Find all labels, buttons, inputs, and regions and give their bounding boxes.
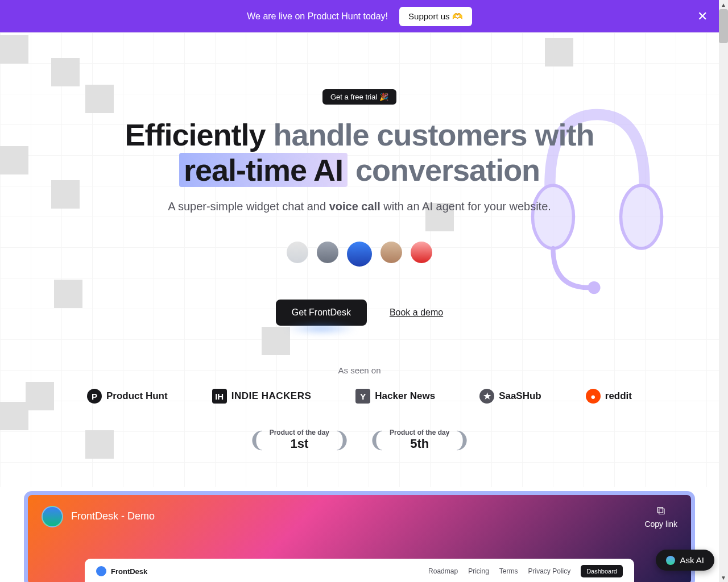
support-us-button[interactable]: Support us 🫶 <box>399 7 472 26</box>
nav-pricing[interactable]: Pricing <box>468 567 489 575</box>
banner-text: We are live on Product Hunt today! <box>247 11 388 22</box>
logo-indie-hackers[interactable]: IHINDIE HACKERS <box>212 389 312 404</box>
ask-ai-button[interactable]: Ask AI <box>656 550 714 571</box>
award-5th: ❨ Product of the day 5th ❩ <box>368 427 471 452</box>
award-1st: ❨ Product of the day 1st ❩ <box>248 427 351 452</box>
ai-icon <box>666 556 675 565</box>
logo-row: PProduct Hunt IHINDIE HACKERS YHacker Ne… <box>0 389 719 404</box>
hero-title: Efficiently handle customers with real-t… <box>0 117 719 188</box>
avatar <box>317 242 338 263</box>
hero-subtitle: A super-simple widget chat and voice cal… <box>0 200 719 213</box>
laurel-left-icon: ❨ <box>368 427 386 452</box>
awards-row: ❨ Product of the day 1st ❩ ❨ Product of … <box>0 427 719 452</box>
award-label: Product of the day <box>390 429 449 436</box>
demo-video-card[interactable]: FrontDesk - Demo ⧉ Copy link FrontDesk R… <box>24 491 695 582</box>
logo-saashub[interactable]: ★SaaSHub <box>479 389 541 404</box>
logo-reddit[interactable]: ●reddit <box>586 389 632 404</box>
get-frontdesk-button[interactable]: Get FrontDesk <box>276 300 367 326</box>
scroll-up-icon[interactable]: ▲ <box>719 0 728 9</box>
as-seen-on-label: As seen on <box>0 365 719 375</box>
nav-dashboard-button[interactable]: Dashboard <box>581 565 623 577</box>
avatar <box>347 242 372 267</box>
scroll-thumb[interactable] <box>719 9 728 43</box>
cta-row: Get FrontDesk Book a demo <box>0 300 719 326</box>
title-part-grey-2: conversation <box>348 153 540 187</box>
sub-prefix: A super-simple widget chat and <box>168 200 329 213</box>
sub-bold: voice call <box>329 200 380 213</box>
scrollbar[interactable]: ▲ ▼ <box>719 0 728 582</box>
frontdesk-icon <box>96 566 106 576</box>
award-rank: 5th <box>390 436 449 451</box>
announcement-banner: We are live on Product Hunt today! Suppo… <box>0 0 719 32</box>
avatar <box>287 242 308 263</box>
ask-ai-label: Ask AI <box>680 555 704 565</box>
sub-suffix: with an AI agent for your website. <box>380 200 551 213</box>
inner-brand: FrontDesk <box>96 566 147 576</box>
book-demo-link[interactable]: Book a demo <box>390 307 443 318</box>
copy-icon: ⧉ <box>644 504 677 517</box>
nav-roadmap[interactable]: Roadmap <box>428 567 458 575</box>
video-title: FrontDesk - Demo <box>71 510 155 522</box>
avatar-row <box>0 242 719 267</box>
award-label: Product of the day <box>270 429 329 436</box>
video-avatar <box>42 506 63 527</box>
copy-link-label: Copy link <box>644 519 677 529</box>
video-inner-nav: FrontDesk Roadmap Pricing Terms Privacy … <box>85 559 634 582</box>
video-header: FrontDesk - Demo ⧉ Copy link <box>28 495 691 538</box>
title-part-dark: Efficiently <box>125 118 265 152</box>
title-highlight: real-time AI <box>179 153 348 187</box>
avatar <box>411 242 432 263</box>
title-part-grey: handle customers with <box>265 118 594 152</box>
nav-terms[interactable]: Terms <box>499 567 518 575</box>
scroll-down-icon[interactable]: ▼ <box>719 573 728 582</box>
avatar <box>380 242 402 263</box>
nav-privacy[interactable]: Privacy Policy <box>528 567 570 575</box>
close-icon[interactable]: ✕ <box>697 9 708 24</box>
free-trial-pill[interactable]: Get a free trial 🎉 <box>322 89 396 105</box>
hero-section: Get a free trial 🎉 Efficiently handle cu… <box>0 32 719 582</box>
laurel-right-icon: ❩ <box>333 427 351 452</box>
logo-hacker-news[interactable]: YHacker News <box>355 389 435 404</box>
award-rank: 1st <box>270 436 329 451</box>
laurel-right-icon: ❩ <box>453 427 471 452</box>
copy-link-button[interactable]: ⧉ Copy link <box>644 504 677 529</box>
laurel-left-icon: ❨ <box>248 427 266 452</box>
logo-product-hunt[interactable]: PProduct Hunt <box>87 389 168 404</box>
